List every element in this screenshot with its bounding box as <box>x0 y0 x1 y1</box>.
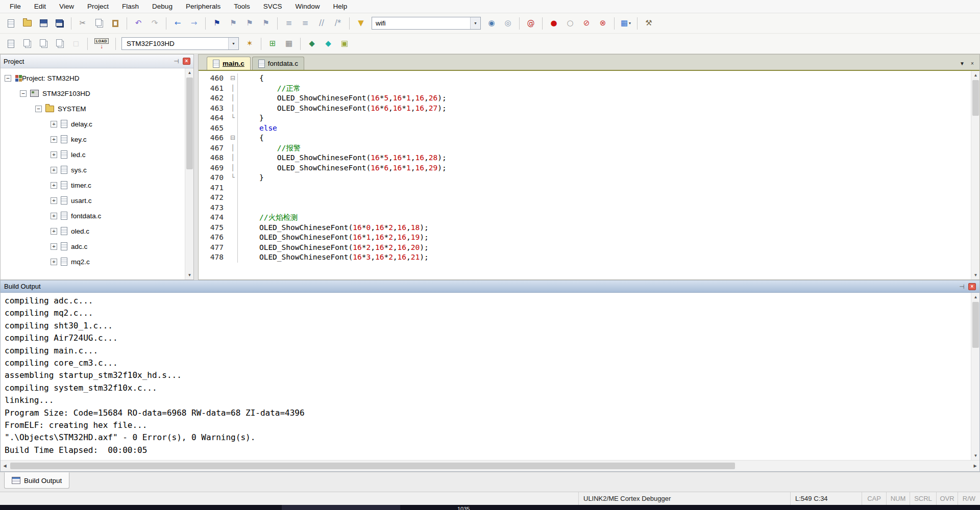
document-list-dropdown-icon[interactable]: ▼ <box>957 61 967 66</box>
expand-box-icon[interactable]: + <box>51 213 57 219</box>
stop-build-icon[interactable]: ◻ <box>69 37 83 50</box>
find-in-files-icon[interactable]: ◉ <box>485 17 498 30</box>
tree-item-delay-c[interactable]: +delay.c <box>1 116 185 132</box>
expand-box-icon[interactable]: + <box>51 167 57 173</box>
paste-icon[interactable] <box>109 17 122 30</box>
undo-icon[interactable]: ↶ <box>132 17 145 30</box>
menu-window[interactable]: Window <box>288 0 326 13</box>
open-folder-icon[interactable] <box>20 17 34 30</box>
fold-collapse-icon[interactable]: ⊟ <box>228 133 238 143</box>
comment-icon[interactable]: // <box>315 17 328 30</box>
runtime-environment-icon[interactable]: ◆ <box>322 37 335 50</box>
scroll-up-icon[interactable]: ▲ <box>971 293 979 301</box>
menu-debug[interactable]: Debug <box>145 0 179 13</box>
scroll-thumb[interactable] <box>972 80 979 116</box>
uncomment-icon[interactable]: /* <box>331 17 345 30</box>
filter-funnel-icon[interactable]: ▼ <box>354 17 368 30</box>
code-area[interactable]: 460⊟ {461│ //正常462│ OLED_ShowChineseFont… <box>199 71 971 279</box>
enable-breakpoint-icon[interactable]: ○ <box>564 17 577 30</box>
scroll-up-icon[interactable]: ▲ <box>185 68 193 77</box>
tree-item-led-c[interactable]: +led.c <box>1 147 185 162</box>
fold-collapse-icon[interactable]: ⊟ <box>228 73 238 84</box>
new-file-icon[interactable] <box>4 17 17 30</box>
collapse-box-icon[interactable]: − <box>5 75 11 82</box>
menu-flash[interactable]: Flash <box>115 0 145 13</box>
tree-item-oled-c[interactable]: +oled.c <box>1 223 185 239</box>
collapse-box-icon[interactable]: − <box>20 90 27 97</box>
search-input[interactable] <box>372 19 470 27</box>
copy-icon[interactable] <box>92 17 106 30</box>
tools-icon[interactable]: ⚒ <box>642 17 655 30</box>
expand-box-icon[interactable]: + <box>51 182 57 189</box>
tree-item-sys-c[interactable]: +sys.c <box>1 162 185 177</box>
tree-item-system[interactable]: −SYSTEM <box>1 101 185 116</box>
configure-flash-tools-icon[interactable]: ◆ <box>305 37 318 50</box>
hscroll-thumb[interactable] <box>10 463 735 469</box>
expand-box-icon[interactable]: + <box>51 136 57 143</box>
taskbar-button[interactable] <box>282 505 400 510</box>
debug-windows-icon[interactable]: ▦▾ <box>619 17 632 30</box>
clear-bookmarks-icon[interactable]: ⚑ <box>259 17 273 30</box>
hscroll-track[interactable] <box>9 461 971 471</box>
document-close-icon[interactable]: × <box>967 61 977 66</box>
save-all-icon[interactable] <box>53 17 66 30</box>
options-for-target-icon[interactable]: ✶ <box>243 37 256 50</box>
scroll-thumb[interactable] <box>972 302 979 348</box>
tree-item-usart-c[interactable]: +usart.c <box>1 193 185 208</box>
save-icon[interactable] <box>37 17 50 30</box>
build-output-scrollbar[interactable]: ▲ ▼ <box>971 293 979 460</box>
menu-help[interactable]: Help <box>327 0 354 13</box>
tab-fontdata-c[interactable]: fontdata.c <box>252 57 304 70</box>
navigate-back-icon[interactable]: ← <box>171 17 184 30</box>
scroll-down-icon[interactable]: ▼ <box>971 451 979 460</box>
expand-box-icon[interactable]: + <box>51 259 57 265</box>
navigate-forward-icon[interactable]: → <box>187 17 201 30</box>
tree-item-key-c[interactable]: +key.c <box>1 132 185 147</box>
menu-svcs[interactable]: SVCS <box>257 0 289 13</box>
scroll-up-icon[interactable]: ▲ <box>971 71 979 80</box>
build-icon[interactable] <box>20 37 34 50</box>
project-tree[interactable]: −Project: STM32HD−STM32F103HD−SYSTEM+del… <box>1 68 185 279</box>
toggle-bookmark-icon[interactable]: ⚑ <box>210 17 224 30</box>
menu-project[interactable]: Project <box>81 0 115 13</box>
expand-box-icon[interactable]: + <box>51 151 57 158</box>
find-icon[interactable]: @ <box>524 17 537 30</box>
scroll-track[interactable] <box>185 77 193 271</box>
insert-breakpoint-icon[interactable]: ● <box>547 17 560 30</box>
expand-box-icon[interactable]: + <box>51 197 57 204</box>
search-dropdown-arrow-icon[interactable]: ▼ <box>470 17 480 29</box>
editor-scrollbar[interactable]: ▲ ▼ <box>971 71 979 279</box>
project-scrollbar[interactable]: ▲ ▼ <box>185 68 193 279</box>
panel-splitter[interactable] <box>194 54 198 280</box>
scroll-down-icon[interactable]: ▼ <box>971 271 979 279</box>
pin-icon[interactable]: ⊤ <box>173 57 180 65</box>
tree-item-timer-c[interactable]: +timer.c <box>1 177 185 193</box>
tree-item-stm32f103hd[interactable]: −STM32F103HD <box>1 86 185 101</box>
menu-file[interactable]: File <box>3 0 28 13</box>
prev-bookmark-icon[interactable]: ⚑ <box>227 17 240 30</box>
scroll-right-icon[interactable]: ▶ <box>971 462 979 470</box>
expand-box-icon[interactable]: + <box>51 228 57 235</box>
menu-edit[interactable]: Edit <box>28 0 53 13</box>
tree-item-adc-c[interactable]: +adc.c <box>1 239 185 254</box>
scroll-down-icon[interactable]: ▼ <box>185 271 193 279</box>
disable-all-breakpoints-icon[interactable]: ⊘ <box>580 17 593 30</box>
target-dropdown-arrow-icon[interactable]: ▼ <box>228 38 238 49</box>
batch-build-icon[interactable] <box>53 37 66 50</box>
tab-main-c[interactable]: main.c <box>207 57 251 70</box>
close-icon[interactable]: × <box>968 283 976 290</box>
target-selector[interactable]: STM32F103HD▼ <box>121 37 239 50</box>
indent-icon[interactable]: ≡ <box>299 17 312 30</box>
scroll-track[interactable] <box>971 301 979 451</box>
pin-icon[interactable]: ⊤ <box>958 283 965 291</box>
menu-peripherals[interactable]: Peripherals <box>179 0 227 13</box>
unindent-icon[interactable]: ≡ <box>282 17 296 30</box>
kill-all-breakpoints-icon[interactable]: ⊗ <box>596 17 609 30</box>
manage-project-items-icon[interactable]: ⊞ <box>266 37 279 50</box>
scroll-track[interactable] <box>971 80 979 271</box>
dropdown-arrow-icon[interactable]: ▾ <box>629 21 631 26</box>
close-icon[interactable]: × <box>183 58 190 65</box>
translate-file-icon[interactable] <box>4 37 17 50</box>
redo-icon[interactable]: ↷ <box>148 17 161 30</box>
rebuild-icon[interactable] <box>37 37 50 50</box>
